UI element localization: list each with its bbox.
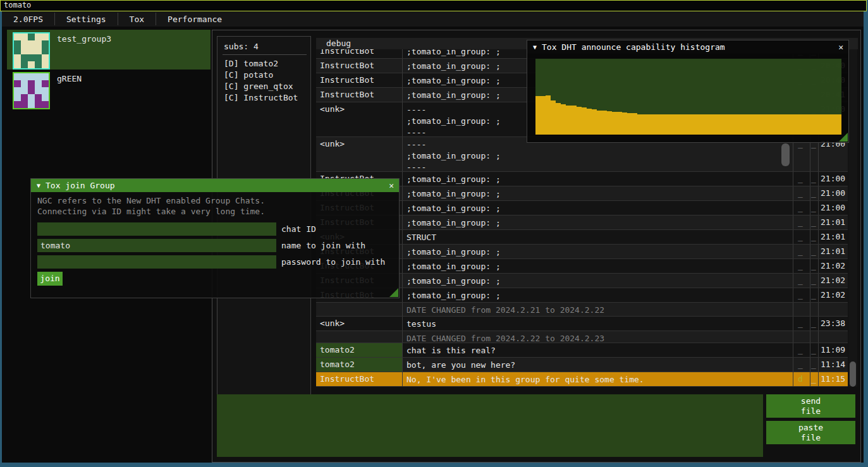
close-icon[interactable]: ✕: [838, 42, 843, 52]
message-row[interactable]: tomato2bot, are you new here?__11:14: [316, 358, 848, 372]
dht-histogram-window[interactable]: ▼ Tox DHT announce capability histogram …: [527, 40, 849, 143]
message-author: InstructBot: [316, 59, 403, 73]
member-list-item[interactable]: [C] green_qtox: [224, 82, 310, 91]
dht-histogram-titlebar[interactable]: ▼ Tox DHT announce capability histogram …: [527, 40, 848, 54]
message-flag-delivered: d: [793, 372, 810, 386]
avatar-pixel: [21, 73, 28, 80]
message-column-scrollbar[interactable]: [781, 143, 790, 166]
histogram-bar: [831, 114, 836, 135]
histogram-bar: [546, 95, 551, 135]
message-timestamp: 11:09: [819, 343, 848, 357]
message-author: [316, 303, 403, 316]
message-text: No, I've been in this group for quite so…: [403, 372, 793, 386]
date-change-row[interactable]: DATE CHANGED from 2024.2.22 to 2024.2.23: [316, 331, 848, 343]
date-change-row[interactable]: DATE CHANGED from 2024.2.21 to 2024.2.22: [316, 303, 848, 317]
histogram-bar: [637, 114, 642, 135]
histogram-bar: [571, 106, 576, 135]
histogram-bar: [775, 114, 780, 135]
avatar-pixel: [28, 87, 35, 94]
avatar-pixel: [21, 33, 28, 40]
collapse-icon[interactable]: ▼: [37, 182, 40, 189]
chat-scrollbar-thumb[interactable]: [850, 361, 856, 387]
message-flag-read: _: [810, 274, 819, 288]
message-flag-delivered: _: [793, 230, 810, 244]
group-item-test_group3[interactable]: test_group3: [7, 30, 211, 70]
message-row[interactable]: tomato2chat is this real?__11:09: [316, 343, 848, 358]
member-list-item[interactable]: [C] InstructBot: [224, 93, 310, 102]
group-name-label: gREEN: [57, 74, 82, 106]
avatar-pixel: [42, 47, 49, 54]
group-name-label: test_group3: [57, 34, 111, 70]
histogram-bar: [765, 114, 770, 135]
avatar-pixel: [42, 101, 49, 108]
join-button[interactable]: join: [37, 272, 63, 286]
histogram-bar: [627, 113, 632, 135]
avatar-pixel: [14, 61, 21, 68]
date-change-text: DATE CHANGED from 2024.2.22 to 2024.2.23: [403, 331, 793, 343]
histogram-bar: [577, 107, 582, 135]
message-flag-delivered: [793, 331, 810, 343]
message-row[interactable]: <unk>testus__23:38: [316, 317, 848, 331]
message-flag-delivered: [793, 303, 810, 316]
avatar-pixel: [14, 47, 21, 54]
message-flag-read: _: [810, 259, 819, 273]
histogram-bar: [790, 114, 795, 135]
avatar-pixel: [21, 61, 28, 68]
histogram-bar: [551, 100, 556, 135]
histogram-bar: [535, 96, 541, 135]
histogram-bar: [566, 106, 571, 135]
avatar-pixel: [14, 94, 21, 101]
resize-grip-icon[interactable]: [389, 288, 398, 297]
chat-scrollbar-track[interactable]: [848, 38, 857, 387]
message-text: ;tomato_in_group: ;: [403, 259, 793, 273]
message-flag-delivered: _: [793, 317, 810, 331]
menu-item-2-0fps[interactable]: 2.0FPS: [2, 11, 54, 27]
message-flag-read: [810, 331, 819, 343]
histogram-bar: [632, 113, 637, 135]
histogram-bar: [612, 112, 617, 135]
histogram-bar: [760, 114, 765, 135]
avatar-pixel: [21, 80, 28, 87]
resize-grip-icon[interactable]: [839, 133, 848, 142]
join-name-input[interactable]: [37, 239, 276, 252]
avatar-pixel: [14, 73, 21, 80]
message-flag-delivered: _: [793, 215, 810, 229]
message-author: <unk>: [316, 317, 403, 331]
message-input[interactable]: [217, 394, 763, 457]
group-avatar: [13, 72, 50, 109]
histogram-bar: [740, 114, 745, 135]
message-flag-read: [810, 303, 819, 316]
histogram-bar: [836, 114, 841, 135]
menu-item-tox[interactable]: Tox: [118, 11, 156, 27]
histogram-bar: [724, 114, 729, 135]
dht-histogram-plot: [535, 59, 841, 135]
histogram-bar: [607, 111, 612, 135]
avatar-pixel: [28, 47, 35, 54]
join-group-titlebar[interactable]: ▼ Tox join Group ✕: [31, 179, 399, 192]
member-list-item[interactable]: [D] tomato2: [224, 59, 310, 68]
message-timestamp: [819, 331, 848, 343]
menu-item-settings[interactable]: Settings: [55, 11, 118, 27]
menu-item-performance[interactable]: Performance: [156, 11, 233, 27]
join-group-dialog[interactable]: ▼ Tox join Group ✕ NGC refers to the New…: [30, 178, 400, 298]
chat-id-input[interactable]: [37, 222, 276, 236]
histogram-bar: [810, 114, 816, 135]
group-item-green[interactable]: gREEN: [7, 70, 211, 106]
member-list-item[interactable]: [C] potato: [224, 70, 310, 80]
avatar-pixel: [42, 73, 49, 80]
close-icon[interactable]: ✕: [389, 181, 394, 190]
collapse-icon[interactable]: ▼: [533, 44, 537, 51]
histogram-bar: [770, 114, 775, 135]
message-text: chat is this real?: [403, 343, 793, 357]
message-row[interactable]: InstructBotNo, I've been in this group f…: [316, 372, 848, 387]
join-password-input[interactable]: [37, 255, 276, 269]
avatar-pixel: [42, 61, 49, 68]
avatar-pixel: [35, 73, 42, 80]
os-window-title: tomato: [4, 1, 31, 9]
send-file-button[interactable]: send file: [766, 394, 855, 418]
histogram-bar: [821, 114, 826, 135]
avatar-pixel: [35, 80, 42, 87]
os-window-titlebar[interactable]: tomato: [0, 0, 867, 11]
histogram-bar: [668, 114, 673, 135]
paste-file-button[interactable]: paste file: [766, 421, 855, 444]
